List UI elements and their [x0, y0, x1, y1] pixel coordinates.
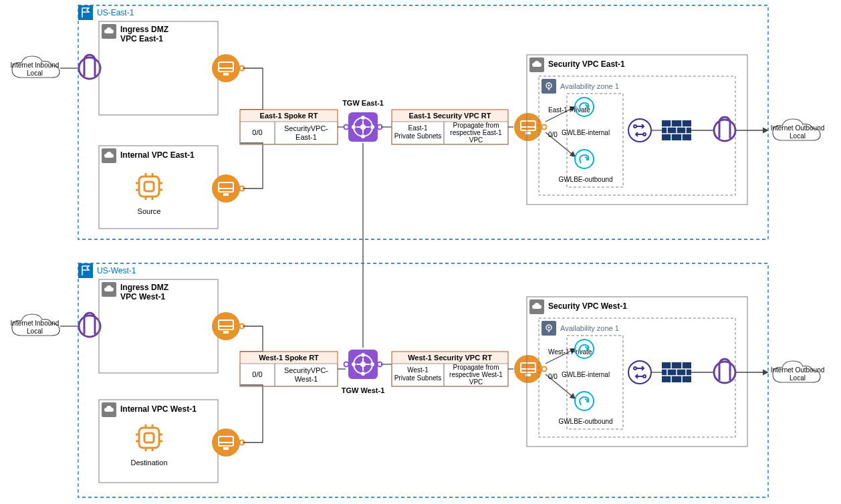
route-table-spoke-west: West-1 Spoke RT 0/0 SecurityVPC- West-1 [240, 352, 338, 386]
svg-text:respective East-1: respective East-1 [450, 129, 502, 136]
svg-text:TGW East-1: TGW East-1 [342, 99, 384, 107]
svg-text:Internet Outbound: Internet Outbound [771, 366, 825, 374]
region-east: US-East-1 Internet Inbound Local Ingress… [11, 5, 825, 239]
svg-text:East-1: East-1 [295, 133, 317, 141]
tgw-attachment-icon [514, 355, 547, 383]
route-table-spoke-east: East-1 Spoke RT 0/0 SecurityVPC- East-1 [240, 110, 338, 144]
cloud-inbound-west: Internet Inbound Local [11, 314, 59, 336]
svg-text:GWLBE-outbound: GWLBE-outbound [558, 418, 612, 425]
vpc-internal-east: Internal VPC East-1 Source [99, 146, 218, 229]
compute-icon [136, 424, 162, 451]
gateway-icon [714, 117, 735, 141]
svg-text:VPC West-1: VPC West-1 [120, 292, 165, 301]
svg-text:VPC East-1: VPC East-1 [120, 34, 163, 43]
svg-text:GWLBE-internal: GWLBE-internal [562, 129, 610, 136]
svg-text:Internet Inbound: Internet Inbound [11, 320, 59, 327]
svg-text:Availability zone 1: Availability zone 1 [560, 82, 619, 90]
svg-text:0/0: 0/0 [252, 370, 262, 378]
az-icon [542, 321, 556, 336]
route-table-security-east: East-1 Security VPC RT East-1 Private Su… [392, 110, 508, 144]
svg-text:VPC: VPC [469, 378, 483, 386]
svg-text:Private Subnets: Private Subnets [394, 374, 442, 382]
svg-text:VPC: VPC [469, 136, 483, 144]
firewall-icon [662, 120, 691, 140]
svg-text:0/0: 0/0 [548, 373, 558, 380]
tgw-attachment-icon [212, 312, 245, 340]
svg-text:Local: Local [27, 328, 43, 335]
svg-text:Ingress DMZ: Ingress DMZ [120, 283, 168, 292]
svg-text:West-1 Security VPC RT: West-1 Security VPC RT [408, 354, 492, 362]
tgw-attachment-icon [212, 54, 245, 82]
svg-text:GWLBE-internal: GWLBE-internal [562, 371, 610, 378]
firewall-icon [662, 362, 691, 382]
svg-text:Local: Local [790, 132, 806, 140]
region-icon [78, 263, 93, 278]
vpc-icon [529, 299, 544, 314]
endpoint-icon [575, 392, 594, 410]
svg-text:Private Subnets: Private Subnets [394, 132, 442, 140]
svg-text:SecurityVPC-: SecurityVPC- [284, 124, 328, 132]
vpc-icon [102, 402, 116, 417]
router-icon [628, 119, 651, 142]
compute-icon [136, 173, 162, 200]
svg-text:Local: Local [27, 70, 43, 77]
svg-text:West-1 Private: West-1 Private [548, 348, 592, 356]
svg-text:East-1 Private: East-1 Private [548, 106, 590, 114]
tgw-attachment-icon [212, 428, 245, 457]
svg-text:Security VPC East-1: Security VPC East-1 [548, 59, 625, 69]
svg-text:GWLBE-outbound: GWLBE-outbound [558, 176, 612, 183]
svg-text:Ingress DMZ: Ingress DMZ [120, 25, 168, 34]
vpc-icon [102, 282, 116, 297]
vpc-dmz-west: Ingress DMZ VPC West-1 [99, 279, 218, 373]
svg-text:TGW West-1: TGW West-1 [342, 386, 385, 394]
tgw-attachment-icon [212, 174, 245, 203]
svg-text:West-1: West-1 [295, 375, 318, 383]
svg-text:Internet Outbound: Internet Outbound [771, 124, 825, 132]
svg-text:Availability zone 1: Availability zone 1 [560, 324, 619, 332]
vpc-dmz-east: Ingress DMZ VPC East-1 [99, 21, 218, 115]
compute-label: Destination [130, 459, 167, 467]
svg-text:Internal VPC East-1: Internal VPC East-1 [120, 150, 195, 160]
svg-text:SecurityVPC-: SecurityVPC- [284, 366, 328, 374]
svg-text:West-1: West-1 [407, 366, 429, 374]
vpc-security-east: Security VPC East-1 Availability zone 1 … [527, 55, 747, 205]
gateway-icon [714, 359, 735, 383]
svg-text:Security VPC West-1: Security VPC West-1 [548, 301, 627, 311]
svg-text:Internet Inbound: Internet Inbound [11, 61, 59, 69]
svg-text:Propagate from: Propagate from [453, 122, 499, 129]
vpc-icon [102, 24, 116, 39]
svg-text:East-1: East-1 [408, 124, 428, 132]
tgw-attachment-icon [514, 113, 547, 141]
svg-text:respective West-1: respective West-1 [449, 371, 503, 378]
tgw-east: TGW East-1 [342, 99, 384, 142]
router-icon [628, 361, 651, 384]
diagram-canvas: US-East-1 Internet Inbound Local Ingress… [0, 0, 841, 504]
svg-text:East-1 Spoke RT: East-1 Spoke RT [260, 112, 318, 120]
vpc-internal-west: Internal VPC West-1 Destination [99, 400, 218, 483]
vpc-security-west: Security VPC West-1 Availability zone 1 … [527, 297, 747, 447]
region-title: US-East-1 [97, 8, 134, 17]
svg-text:0/0: 0/0 [548, 131, 558, 138]
compute-label: Source [138, 207, 161, 215]
gateway-icon [79, 55, 100, 79]
region-icon [78, 5, 93, 20]
az-icon [542, 79, 556, 94]
region-title: US-West-1 [97, 266, 136, 275]
vpc-icon [529, 57, 544, 72]
svg-text:Internal VPC West-1: Internal VPC West-1 [120, 404, 197, 414]
tgw-west: TGW West-1 [342, 350, 385, 394]
endpoint-icon [575, 150, 594, 168]
cloud-inbound-east: Internet Inbound Local [11, 56, 59, 78]
cloud-outbound-east: Internet Outbound Local [771, 119, 825, 140]
svg-text:0/0: 0/0 [252, 128, 262, 136]
svg-text:Local: Local [790, 374, 806, 382]
svg-text:Propagate from: Propagate from [453, 364, 499, 371]
route-table-security-west: West-1 Security VPC RT West-1 Private Su… [392, 352, 508, 386]
vpc-icon [102, 148, 116, 163]
gateway-icon [79, 313, 100, 337]
cloud-outbound-west: Internet Outbound Local [771, 361, 825, 382]
svg-text:East-1 Security VPC RT: East-1 Security VPC RT [409, 112, 491, 120]
svg-text:West-1 Spoke RT: West-1 Spoke RT [259, 354, 319, 362]
region-west: US-West-1 Internet Inbound Local Ingress… [11, 263, 825, 497]
